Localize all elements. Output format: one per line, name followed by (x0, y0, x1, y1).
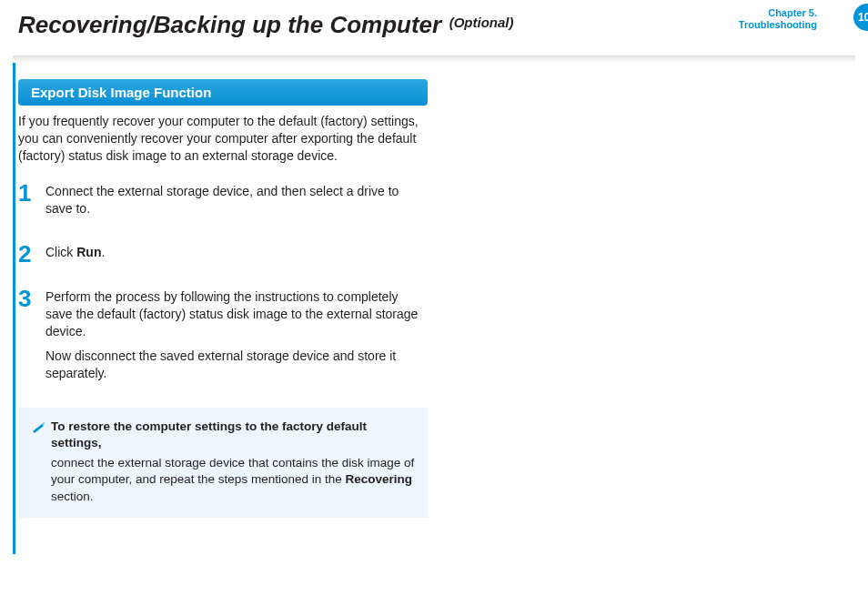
note-text-post: section. (51, 490, 94, 503)
header-divider (13, 56, 855, 63)
note-box: To restore the computer settings to the … (18, 408, 428, 518)
note-text-bold: Recovering (345, 472, 412, 486)
step-text: Connect the external storage device, and… (45, 183, 428, 217)
step-body: Connect the external storage device, and… (45, 181, 428, 225)
step-text-suffix: . (101, 245, 105, 259)
main-column: Export Disk Image Function If you freque… (18, 79, 428, 518)
step-text-secondary: Now disconnect the saved external storag… (45, 348, 428, 382)
step-body: Click Run. (45, 242, 428, 268)
step-number: 2 (18, 242, 45, 268)
page-header: Recovering/Backing up the Computer (Opti… (0, 0, 868, 56)
note-body: To restore the computer settings to the … (51, 419, 415, 505)
step-body: Perform the process by following the ins… (45, 287, 428, 389)
step-text: Perform the process by following the ins… (45, 288, 428, 340)
page-title-suffix: (Optional) (449, 15, 514, 30)
section-heading: Export Disk Image Function (18, 79, 428, 106)
section-intro: If you frequently recover your computer … (18, 113, 428, 165)
step-text: Click Run. (45, 244, 428, 261)
chapter-block: Chapter 5. Troubleshooting 109 (739, 7, 852, 31)
step-number: 1 (18, 181, 45, 225)
page-title: Recovering/Backing up the Computer (18, 11, 441, 38)
note-icon (31, 419, 51, 505)
step-text-prefix: Click (45, 245, 76, 259)
chapter-number: Chapter 5. (739, 7, 817, 19)
step-3: 3 Perform the process by following the i… (18, 287, 428, 389)
page-number-badge: 109 (853, 4, 868, 31)
step-2: 2 Click Run. (18, 242, 428, 268)
note-title: To restore the computer settings to the … (51, 419, 415, 451)
left-accent-rail (13, 63, 15, 554)
content-area: Export Disk Image Function If you freque… (0, 63, 868, 518)
step-number: 3 (18, 287, 45, 389)
chapter-title: Troubleshooting (739, 19, 817, 31)
step-1: 1 Connect the external storage device, a… (18, 181, 428, 225)
note-text: connect the external storage device that… (51, 455, 415, 505)
step-text-bold: Run (76, 245, 101, 259)
